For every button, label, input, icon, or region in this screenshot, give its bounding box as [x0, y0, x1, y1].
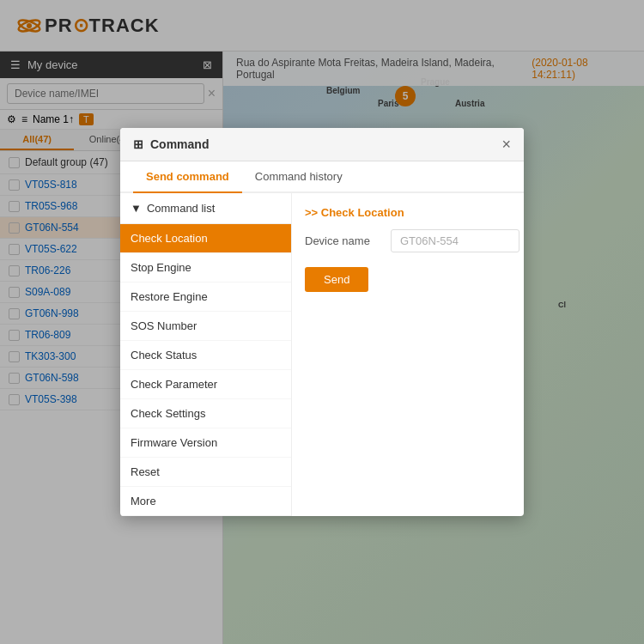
- modal-header: ⊞ Command ×: [120, 128, 524, 161]
- send-button[interactable]: Send: [305, 267, 368, 292]
- command-item-reset[interactable]: Reset: [120, 458, 291, 487]
- modal-overlay[interactable]: ⊞ Command × Send command Command history…: [0, 0, 644, 644]
- command-item-stop-engine[interactable]: Stop Engine: [120, 253, 291, 283]
- modal-close-button[interactable]: ×: [501, 137, 511, 152]
- command-item-check-settings[interactable]: Check Settings: [120, 399, 291, 428]
- command-item-check-location[interactable]: Check Location: [120, 224, 291, 253]
- modal-title: ⊞ Command: [133, 137, 209, 151]
- command-list-panel: ▼ Command list Check Location Stop Engin…: [120, 193, 292, 516]
- tab-send-command[interactable]: Send command: [133, 161, 242, 193]
- modal-body: ▼ Command list Check Location Stop Engin…: [120, 193, 524, 516]
- collapse-arrow-icon: ▼: [131, 202, 142, 215]
- command-list-header: ▼ Command list: [120, 193, 291, 224]
- command-modal: ⊞ Command × Send command Command history…: [120, 128, 524, 516]
- tab-command-history[interactable]: Command history: [242, 161, 355, 193]
- command-item-more[interactable]: More: [120, 487, 291, 516]
- device-name-label: Device name: [305, 234, 382, 247]
- device-name-input[interactable]: [391, 229, 519, 252]
- command-item-sos-number[interactable]: SOS Number: [120, 312, 291, 341]
- selected-command-label: >> Check Location: [305, 206, 519, 219]
- command-item-firmware-version[interactable]: Firmware Version: [120, 428, 291, 458]
- command-icon: ⊞: [133, 137, 143, 151]
- command-item-check-parameter[interactable]: Check Parameter: [120, 370, 291, 399]
- command-item-check-status[interactable]: Check Status: [120, 341, 291, 370]
- command-item-restore-engine[interactable]: Restore Engine: [120, 283, 291, 312]
- modal-tabs: Send command Command history: [120, 161, 524, 193]
- command-right-panel: >> Check Location Device name Send: [292, 193, 524, 516]
- device-name-field-row: Device name: [305, 229, 519, 252]
